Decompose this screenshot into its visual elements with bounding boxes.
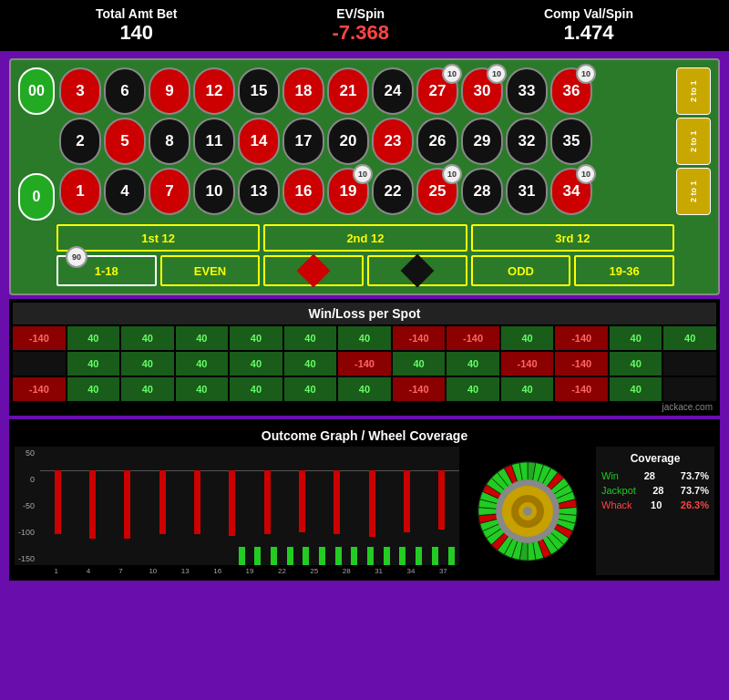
outcome-section: Outcome Graph / Wheel Coverage 50 0 -50 …	[9, 419, 720, 581]
coverage-win-pct: 73.7%	[681, 470, 709, 481]
bar-green-21	[363, 547, 379, 565]
number-28[interactable]: 28	[461, 168, 503, 215]
number-16[interactable]: 16	[282, 168, 324, 215]
two-to-one-top[interactable]: 2 to 1	[676, 67, 711, 115]
number-3[interactable]: 3	[59, 67, 101, 115]
graph-area: 50 0 -50 -100 -150	[15, 447, 459, 575]
x-34: 34	[395, 567, 426, 575]
bet-19-36[interactable]: 19-36	[574, 255, 674, 286]
number-2[interactable]: 2	[59, 118, 101, 165]
two-to-one-mid[interactable]: 2 to 1	[676, 118, 711, 165]
double-zero[interactable]: 00	[18, 67, 55, 115]
number-34[interactable]: 3410	[550, 168, 592, 215]
number-18[interactable]: 18	[282, 67, 324, 115]
coverage-area: Coverage Win 28 73.7% Jackpot 28 73.7% W…	[596, 447, 714, 575]
number-1[interactable]: 1	[59, 168, 101, 215]
number-32[interactable]: 32	[506, 118, 548, 165]
x-37: 37	[427, 567, 459, 575]
number-30[interactable]: 3010	[461, 67, 503, 115]
number-7[interactable]: 7	[149, 168, 190, 215]
wl-r2c1: 40	[67, 352, 120, 376]
total-amt-bet-value: 140	[96, 21, 177, 45]
number-21[interactable]: 21	[327, 67, 369, 115]
number-27[interactable]: 2710	[416, 67, 458, 115]
bet-1-18[interactable]: 90 1-18	[56, 255, 157, 286]
number-9[interactable]: 9	[149, 67, 190, 115]
bet-odd[interactable]: ODD	[471, 255, 571, 286]
zero[interactable]: 0	[18, 173, 55, 221]
wl-r3c3: 40	[176, 377, 229, 401]
coverage-win-row: Win 28 73.7%	[601, 470, 709, 481]
second-dozen[interactable]: 2nd 12	[263, 224, 467, 252]
col-3: 9 8 7	[149, 67, 190, 221]
number-15[interactable]: 15	[238, 67, 280, 115]
number-14[interactable]: 14	[238, 118, 280, 165]
first-dozen[interactable]: 1st 12	[56, 224, 260, 252]
number-29[interactable]: 29	[461, 118, 503, 165]
wl-r1c11: -140	[555, 326, 608, 350]
number-33[interactable]: 33	[506, 67, 548, 115]
coverage-win-count: 28	[644, 470, 655, 481]
total-amt-bet-section: Total Amt Bet 140	[96, 6, 177, 45]
x-25: 25	[298, 567, 330, 575]
third-dozen[interactable]: 3rd 12	[471, 224, 674, 252]
number-8[interactable]: 8	[149, 118, 190, 165]
x-13: 13	[169, 567, 201, 575]
number-36[interactable]: 3610	[550, 67, 592, 115]
wl-r3c8: 40	[447, 377, 499, 401]
number-12[interactable]: 12	[193, 67, 235, 115]
bar-green-15	[266, 547, 282, 565]
wl-r2c9: -140	[501, 352, 554, 376]
chip-30: 10	[487, 64, 507, 84]
dozen-row: 1st 12 2nd 12 3rd 12	[18, 224, 711, 252]
number-11[interactable]: 11	[193, 118, 235, 165]
number-24[interactable]: 24	[372, 67, 414, 115]
number-13[interactable]: 13	[238, 168, 280, 215]
wl-r1c10: 40	[501, 326, 554, 350]
number-25[interactable]: 2510	[416, 168, 458, 215]
number-17[interactable]: 17	[282, 118, 324, 165]
ev-spin-section: EV/Spin -7.368	[333, 6, 389, 45]
number-22[interactable]: 22	[372, 168, 414, 215]
coverage-whack-label: Whack	[601, 499, 632, 510]
header: Total Amt Bet 140 EV/Spin -7.368 Comp Va…	[0, 0, 729, 51]
number-35[interactable]: 35	[550, 118, 592, 165]
number-26[interactable]: 26	[416, 118, 458, 165]
wl-r1c6: 40	[284, 326, 337, 350]
wl-r3c1: 40	[67, 377, 120, 401]
number-5[interactable]: 5	[104, 118, 146, 165]
number-10[interactable]: 10	[193, 168, 235, 215]
wl-r2c10: -140	[555, 352, 608, 376]
number-4[interactable]: 4	[104, 168, 146, 215]
wl-r3c12	[663, 377, 716, 401]
col-7: 21 20 1910	[327, 67, 369, 221]
bet-even[interactable]: EVEN	[160, 255, 261, 286]
coverage-whack-count: 10	[651, 499, 662, 510]
bar-green-17	[298, 547, 314, 565]
wl-r3c2: 40	[121, 377, 174, 401]
wl-r3c7: -140	[393, 377, 446, 401]
number-23[interactable]: 23	[372, 118, 414, 165]
number-columns: 3 2 1 6 5 4 9 8 7 12 11 10	[59, 67, 672, 221]
coverage-whack-row: Whack 10 26.3%	[601, 499, 709, 510]
number-31[interactable]: 31	[506, 168, 548, 215]
coverage-jackpot-pct: 73.7%	[681, 485, 709, 496]
wl-r3c9: 40	[501, 377, 554, 401]
col-4: 12 11 10	[193, 67, 235, 221]
wl-r1c9: -140	[447, 326, 499, 350]
bet-red[interactable]	[263, 255, 364, 286]
wl-r3c6: 40	[338, 377, 391, 401]
total-amt-bet-label: Total Amt Bet	[96, 6, 177, 21]
two-to-one-bot[interactable]: 2 to 1	[676, 168, 711, 215]
y-0: 0	[15, 475, 35, 484]
col-11: 33 32 31	[506, 67, 548, 221]
number-20[interactable]: 20	[327, 118, 369, 165]
x-7: 7	[105, 567, 137, 575]
x-28: 28	[331, 567, 363, 575]
y-n50: -50	[15, 501, 35, 510]
coverage-win-label: Win	[601, 470, 619, 481]
x-1: 1	[40, 567, 72, 575]
number-6[interactable]: 6	[104, 67, 146, 115]
number-19[interactable]: 1910	[327, 168, 369, 215]
bet-black[interactable]	[367, 255, 467, 286]
